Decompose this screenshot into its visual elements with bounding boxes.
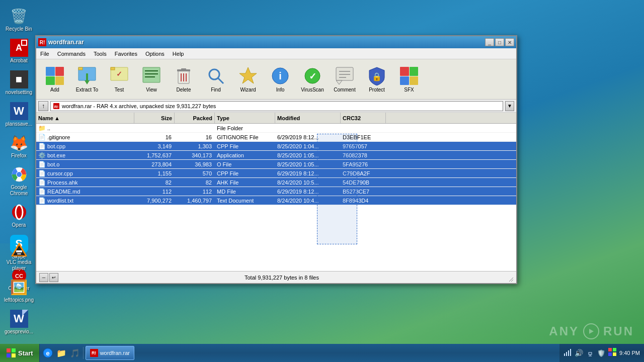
table-row[interactable]: ⚙️ bot.exe 1,752,637 340,173 Application…	[36, 151, 516, 160]
column-packed[interactable]: Packed	[175, 113, 215, 123]
menu-favorites[interactable]: Favorites	[111, 50, 141, 58]
toolbar-extract-button[interactable]: Extract To	[71, 61, 103, 98]
desktop-icon-vlc[interactable]: VLC media player	[3, 238, 35, 274]
file-name: 📄 bot.o	[36, 161, 134, 168]
menu-tools[interactable]: Tools	[90, 50, 111, 58]
toolbar-sfx-button[interactable]: SFX	[393, 61, 425, 98]
toolbar-virusscan-button[interactable]: ✓ VirusScan	[297, 61, 328, 98]
column-name[interactable]: Name ▲	[36, 113, 134, 123]
anyrun-run-text: RUN	[603, 324, 634, 338]
column-modified[interactable]: Modified	[275, 113, 341, 123]
desktop-icon-firefox[interactable]: 🦊 Firefox	[3, 132, 35, 161]
file-size: 273,804	[134, 161, 175, 167]
menu-commands[interactable]: Commands	[53, 50, 90, 58]
toolbar-comment-button[interactable]: Comment	[329, 61, 360, 98]
tray-windows-icon[interactable]	[608, 348, 616, 358]
window-controls: _ □ ✕	[485, 38, 514, 46]
quicklaunch-media[interactable]: 🎵	[69, 347, 81, 359]
svg-line-43	[509, 278, 513, 282]
file-type: CPP File	[215, 170, 275, 176]
svg-point-2	[17, 172, 22, 177]
address-dropdown-button[interactable]: ▼	[505, 101, 514, 111]
desktop-icon-opera[interactable]: Opera	[3, 201, 35, 230]
firefox-icon: 🦊	[10, 134, 28, 152]
status-minimize-button[interactable]: ─	[39, 273, 48, 282]
taskbar-item-label: wordfran.rar	[100, 350, 130, 356]
start-button[interactable]: Start	[0, 344, 40, 362]
quicklaunch-ie[interactable]: e	[42, 347, 54, 359]
clock-time: 9:40 PM	[619, 350, 640, 356]
file-modified: 8/25/2020 1:05...	[275, 161, 341, 167]
menu-file[interactable]: File	[36, 50, 53, 58]
protect-label: Protect	[369, 87, 385, 93]
table-row[interactable]: 📄 bot.cpp 3,149 1,303 CPP File 8/25/2020…	[36, 142, 516, 151]
taskbar-winrar-item[interactable]: R! wordfran.rar	[86, 346, 134, 360]
table-row[interactable]: 📄 README.md 112 112 MD File 6/29/2019 8:…	[36, 187, 516, 196]
tray-security-icon[interactable]: 🛡️	[597, 349, 605, 357]
table-row[interactable]: 📄 .gitignore 16 16 GITIGNORE File 6/29/2…	[36, 133, 516, 142]
navigate-up-button[interactable]: ↑	[38, 101, 48, 111]
minimize-button[interactable]: _	[485, 38, 494, 46]
comment-label: Comment	[334, 87, 355, 93]
wizard-icon	[238, 66, 258, 86]
status-info-button[interactable]: ↩	[49, 273, 58, 282]
desktop-icon-chrome[interactable]: Google Chrome	[3, 163, 35, 199]
close-button[interactable]: ✕	[505, 38, 514, 46]
desktop-icon-notepad[interactable]: ■ novelsetting	[3, 68, 35, 98]
desktop-icon-lefttopics[interactable]: 🖼️ lefttopics.png	[3, 276, 35, 305]
menu-options[interactable]: Options	[141, 50, 169, 58]
desktop-icon-word[interactable]: W planssave...	[3, 100, 35, 129]
file-name: 📁 ..	[36, 125, 134, 132]
window-title: wordfran.rar	[48, 39, 84, 46]
tray-network-icon[interactable]	[564, 348, 572, 358]
table-row[interactable]: 📁 .. File Folder	[36, 124, 516, 133]
file-name: 📄 wordlist.txt	[36, 197, 134, 204]
svg-rect-9	[16, 250, 22, 252]
toolbar-info-button[interactable]: i Info	[265, 61, 296, 98]
desktop-icon-goesprevio[interactable]: W goesprevio...	[3, 308, 35, 337]
tray-volume-icon[interactable]: 🔊	[575, 349, 583, 357]
column-type[interactable]: Type	[215, 113, 275, 123]
menu-help[interactable]: Help	[169, 50, 188, 58]
svg-text:e: e	[46, 349, 49, 357]
toolbar-wizard-button[interactable]: Wizard	[232, 61, 264, 98]
table-row[interactable]: 📄 cursor.cpp 1,155 570 CPP File 6/29/201…	[36, 169, 516, 178]
file-type: Application	[215, 152, 275, 158]
acrobat-label: Acrobat	[10, 58, 27, 64]
desktop-icon-acrobat[interactable]: A Acrobat	[3, 37, 35, 66]
acrobat-icon: A	[10, 39, 28, 57]
table-row[interactable]: 📄 bot.o 273,804 36,983 O File 8/25/2020 …	[36, 160, 516, 169]
toolbar-test-button[interactable]: ✓ Test	[104, 61, 135, 98]
quicklaunch-folder[interactable]: 📁	[55, 347, 67, 359]
tray-network2-icon[interactable]	[586, 348, 594, 358]
test-icon: ✓	[109, 66, 129, 86]
file-name: 📄 README.md	[36, 188, 134, 195]
file-list-header: Name ▲ Size Packed Type Modified CRC32	[36, 113, 516, 124]
toolbar-find-button[interactable]: Find	[200, 61, 231, 98]
taskbar: Start e 📁 🎵 R! wordfran.rar	[0, 344, 644, 362]
file-list-body[interactable]: 📁 .. File Folder 📄 .gitignore 16	[36, 124, 516, 271]
svg-line-30	[218, 78, 223, 83]
toolbar-protect-button[interactable]: 🔒 Protect	[361, 61, 392, 98]
file-packed: 340,173	[175, 152, 215, 158]
system-clock[interactable]: 9:40 PM	[619, 350, 640, 356]
column-size[interactable]: Size	[134, 113, 175, 123]
svg-rect-62	[613, 352, 616, 356]
toolbar-add-button[interactable]: Add	[39, 61, 70, 98]
md-icon: 📄	[38, 188, 46, 195]
file-name: 📄 cursor.cpp	[36, 170, 134, 177]
table-row[interactable]: 📄 Process.ahk 82 82 AHK File 8/24/2020 1…	[36, 178, 516, 187]
column-crc32[interactable]: CRC32	[341, 113, 386, 123]
toolbar-view-button[interactable]: View	[136, 61, 167, 98]
toolbar-delete-button[interactable]: Delete	[168, 61, 199, 98]
status-resize-handle[interactable]	[505, 274, 513, 282]
desktop: 🗑️ Recycle Bin A Acrobat ■ novelsetting …	[0, 0, 644, 362]
restore-button[interactable]: □	[495, 38, 504, 46]
desktop-icon-recycle-bin[interactable]: 🗑️ Recycle Bin	[3, 5, 35, 34]
sfx-label: SFX	[404, 87, 414, 93]
word-label: planssave...	[6, 121, 32, 127]
table-row[interactable]: 📄 wordlist.txt 7,900,272 1,460,797 Text …	[36, 196, 516, 205]
virusscan-icon: ✓	[302, 66, 323, 86]
svg-text:R!: R!	[54, 105, 58, 109]
file-packed: 82	[175, 179, 215, 186]
